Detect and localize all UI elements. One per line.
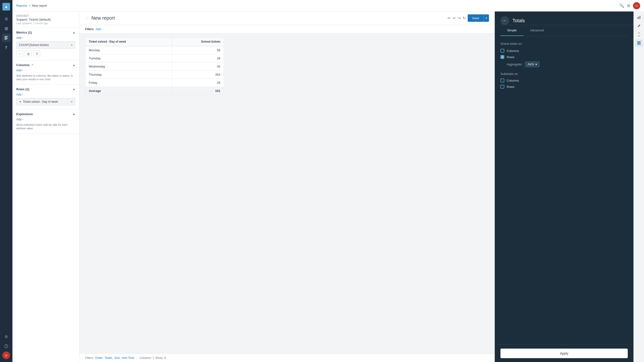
breadcrumb-reports-link[interactable]: Reports	[16, 4, 27, 8]
explosions-title: Explosions	[16, 112, 33, 116]
explosions-helper: Show individual charts side-by-side for …	[16, 123, 75, 131]
right-chart-icon[interactable]	[635, 14, 643, 21]
metrics-collapse[interactable]: ▲	[72, 31, 75, 34]
subtotals-columns-checkbox[interactable]	[500, 79, 504, 82]
edit-icon[interactable]: ✏	[448, 16, 451, 20]
metric-icon-btn-2[interactable]: ▥	[25, 51, 32, 57]
subtotals-label: Subtotals on	[500, 72, 628, 76]
report-header: ☆ New report ✏ ↩ ↪ ↻ Save ▾	[80, 12, 495, 25]
table-row-average: Average101	[86, 87, 224, 95]
app-logo[interactable]: ▲	[2, 3, 10, 11]
right-sort-icon[interactable]	[635, 31, 643, 38]
right-edit-icon[interactable]	[635, 22, 643, 30]
subtotals-rows-checkbox[interactable]	[500, 85, 504, 89]
panel-tabs: Simple Advanced	[500, 25, 628, 36]
save-button[interactable]: Save	[468, 14, 484, 22]
breadcrumb: Reports > New report	[16, 4, 47, 8]
table-cell-day: Wednesday	[86, 63, 172, 71]
explosions-collapse[interactable]: ▲	[72, 112, 75, 116]
dataset-name: Support: Tickets [default]	[16, 18, 75, 21]
footer-filters-label: Filters:	[85, 356, 94, 359]
table-footer: Filters: Order, Totals, Sort, Irish Time…	[80, 354, 495, 362]
subtotals-section: Subtotals on Columns Rows	[500, 72, 628, 89]
dataset-updated: Last updated: 1 minute ago	[16, 22, 75, 25]
metric-icon-btn-1[interactable]: ○	[16, 51, 23, 57]
left-navigation: ▲ ⊞ ▦ ⚙ ? U	[0, 0, 12, 362]
table-row: Friday28	[86, 79, 224, 87]
left-panel: Dataset Support: Tickets [default] Last …	[12, 12, 80, 362]
columns-title: Columns ↗	[16, 63, 33, 67]
right-table-icon[interactable]	[635, 39, 643, 47]
refresh-icon[interactable]: ↻	[463, 16, 466, 20]
filter-totals[interactable]: Totals,	[104, 356, 113, 359]
aggregator-row: Aggregator AVG ▾	[507, 61, 628, 67]
totals-panel: ← Totals Simple Advanced Grand totals on…	[495, 12, 634, 362]
explosions-section: Explosions ▲ Add › Show individual chart…	[12, 109, 79, 134]
metric-chip: COUNT(Solved tickets) ×	[16, 42, 75, 49]
breadcrumb-separator: >	[29, 4, 30, 8]
filters-add[interactable]: Add ›	[96, 28, 102, 31]
subtotals-rows-row: Rows	[500, 85, 628, 89]
grid-icon[interactable]: ⊞	[627, 3, 630, 8]
svg-rect-3	[638, 17, 639, 19]
columns-link-icon[interactable]: ↗	[31, 64, 33, 67]
subtotals-rows-label: Rows	[507, 85, 514, 89]
panel-header-row: ← Totals	[495, 12, 634, 25]
nav-settings[interactable]: ⚙	[2, 332, 10, 341]
tab-simple[interactable]: Simple	[500, 25, 524, 36]
star-icon[interactable]: ☆	[85, 16, 89, 21]
metrics-title: Metrics (1)	[16, 31, 32, 34]
filter-irishtime[interactable]: Irish Time	[122, 356, 134, 359]
report-title: New report	[92, 15, 115, 21]
filters-label: Filters	[85, 27, 94, 31]
svg-rect-4	[640, 16, 640, 19]
top-avatar[interactable]: U	[633, 2, 640, 9]
columns-add-link[interactable]: Add ›	[16, 69, 75, 72]
nav-dashboard[interactable]: ▦	[2, 24, 10, 33]
undo-icon[interactable]: ↩	[452, 16, 456, 20]
metrics-section: Metrics (1) ▲ Add › COUNT(Solved tickets…	[12, 28, 79, 60]
table-row: Wednesday35	[86, 63, 224, 71]
grand-total-columns-checkbox[interactable]	[500, 49, 504, 53]
table-average-label: Average	[86, 87, 172, 95]
row-chip-icon: ▼	[19, 100, 22, 103]
columns-collapse[interactable]: ▲	[72, 64, 75, 67]
save-dropdown-button[interactable]: ▾	[484, 14, 489, 22]
nav-upload[interactable]	[2, 43, 10, 52]
search-icon[interactable]: 🔍	[619, 3, 624, 8]
explosions-add-link[interactable]: Add ›	[16, 118, 75, 121]
metric-chip-close[interactable]: ×	[71, 43, 73, 47]
svg-rect-7	[637, 44, 641, 45]
table-cell-day: Monday	[86, 46, 172, 54]
nav-reports[interactable]	[2, 34, 10, 42]
subtotals-columns-label: Columns	[507, 79, 519, 82]
grand-total-columns-row: Columns	[500, 49, 628, 53]
grand-total-rows-checkbox[interactable]	[500, 55, 504, 59]
filter-sort[interactable]: Sort,	[114, 356, 120, 359]
right-icon-bar	[634, 12, 644, 362]
svg-text:?: ?	[6, 345, 7, 348]
table-average-value: 101	[172, 87, 224, 95]
rows-add-link[interactable]: Add ›	[16, 93, 75, 96]
footer-columns: Columns: 1	[140, 356, 154, 359]
redo-icon[interactable]: ↪	[458, 16, 461, 20]
back-button[interactable]: ←	[500, 16, 509, 25]
nav-home[interactable]: ⊞	[2, 14, 10, 23]
filter-order[interactable]: Order,	[95, 356, 103, 359]
grand-totals-label: Grand totals on	[500, 42, 628, 46]
aggregator-select[interactable]: AVG ▾	[525, 61, 540, 67]
apply-button[interactable]: Apply	[500, 348, 628, 358]
user-avatar[interactable]: U	[2, 351, 10, 359]
svg-rect-5	[637, 42, 641, 42]
row-chip-close[interactable]: ×	[71, 100, 73, 104]
table-cell-day: Tuesday	[86, 54, 172, 63]
rows-collapse[interactable]: ▲	[72, 87, 75, 91]
tab-advanced[interactable]: Advanced	[524, 25, 551, 36]
panel-content: Grand totals on Columns Rows Aggregator …	[495, 36, 634, 344]
nav-support[interactable]: ?	[2, 342, 10, 350]
metric-chip-label: COUNT(Solved tickets)	[19, 43, 49, 47]
metric-icon-btn-3[interactable]: ☰	[34, 51, 40, 57]
metrics-add-link[interactable]: Add ›	[16, 36, 75, 40]
svg-rect-2	[637, 17, 638, 19]
col1-header: Ticket solved - Day of week	[86, 38, 172, 46]
